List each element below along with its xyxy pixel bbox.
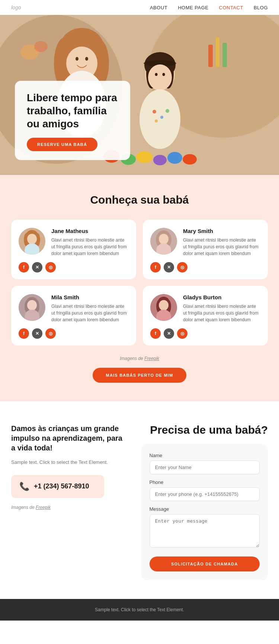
svg-point-61 <box>159 300 169 310</box>
svg-point-34 <box>34 41 48 52</box>
svg-point-40 <box>27 234 37 244</box>
babas-grid: Jane Matheus Glavi amet ritnisi libero m… <box>11 220 268 345</box>
svg-point-9 <box>85 57 88 61</box>
twitter-icon-jane[interactable]: ✕ <box>32 262 42 272</box>
avatar-mary <box>150 228 177 255</box>
svg-rect-30 <box>208 45 213 67</box>
baba-name-mila: Mila Smith <box>51 294 129 300</box>
svg-point-16 <box>148 64 172 90</box>
baba-name-gladys: Gladys Burton <box>183 294 260 300</box>
nav-homepage[interactable]: HOME PAGE <box>178 5 208 10</box>
babas-cta-wrap: MAIS BABÁS PERTO DE MIM <box>11 368 268 383</box>
svg-point-23 <box>155 119 158 122</box>
twitter-icon-mila[interactable]: ✕ <box>32 328 42 339</box>
nav-blog[interactable]: BLOG <box>254 5 268 10</box>
svg-rect-32 <box>222 43 227 67</box>
facebook-icon-mila[interactable]: f <box>19 328 29 339</box>
svg-point-22 <box>166 109 169 113</box>
phone-input[interactable] <box>150 487 260 501</box>
instagram-icon-mary[interactable]: ◎ <box>177 262 187 272</box>
phone-label: Phone <box>150 479 260 485</box>
facebook-icon-mary[interactable]: f <box>150 262 161 272</box>
social-icons-mary: f ✕ ◎ <box>150 262 260 272</box>
message-label: Message <box>150 506 260 512</box>
social-icons-jane: f ✕ ◎ <box>19 262 129 272</box>
contact-left-title: Damos às crianças um grande impulso na a… <box>11 424 126 453</box>
social-icons-mila: f ✕ ◎ <box>19 328 129 339</box>
phone-icon: 📞 <box>19 482 29 491</box>
svg-point-29 <box>183 154 197 165</box>
baba-desc-mila: Glavi amet ritnisi libero molestie ante … <box>51 303 129 323</box>
hero-card: Libere tempo para trabalho, família ou a… <box>15 81 130 160</box>
svg-point-20 <box>153 110 156 114</box>
baba-desc-gladys: Glavi amet ritnisi libero molestie ante … <box>183 303 260 323</box>
contact-section: Damos às crianças um grande impulso na a… <box>0 401 279 599</box>
hero-title: Libere tempo para trabalho, família ou a… <box>27 91 118 130</box>
instagram-icon-gladys[interactable]: ◎ <box>177 328 187 339</box>
message-textarea[interactable] <box>150 514 260 548</box>
svg-rect-31 <box>216 37 219 67</box>
contact-right: Precisa de uma babá? Name Phone Message … <box>141 424 268 580</box>
baba-name-mary: Mary Smith <box>183 228 260 234</box>
nav-links: ABOUT HOME PAGE CONTACT BLOG <box>150 5 268 10</box>
name-label: Name <box>150 453 260 458</box>
freepik-link-contact[interactable]: Freepik <box>36 505 51 510</box>
svg-point-18 <box>163 73 165 76</box>
contact-left: Damos às crianças um grande impulso na a… <box>11 424 126 580</box>
instagram-icon-mila[interactable]: ◎ <box>45 328 56 339</box>
twitter-icon-gladys[interactable]: ✕ <box>164 328 174 339</box>
baba-desc-jane: Glavi amet ritnisi libero molestie ante … <box>51 237 129 257</box>
hero-section: Libere tempo para trabalho, família ou a… <box>0 15 279 175</box>
svg-point-17 <box>155 73 158 76</box>
baba-card-mary: Mary Smith Glavi amet ritnisi libero mol… <box>143 220 268 279</box>
nav-contact[interactable]: CONTACT <box>219 5 243 10</box>
baba-card-mila: Mila Smith Glavi amet ritnisi libero mol… <box>11 286 136 345</box>
name-input[interactable] <box>150 460 260 474</box>
svg-point-19 <box>140 89 180 149</box>
social-icons-gladys: f ✕ ◎ <box>150 328 260 339</box>
contact-right-title: Precisa de uma babá? <box>141 424 268 436</box>
baba-desc-mary: Glavi amet ritnisi libero molestie ante … <box>183 237 260 257</box>
svg-point-54 <box>27 300 37 310</box>
footer: Sample text. Click to select the Text El… <box>0 599 279 621</box>
svg-point-8 <box>76 57 78 61</box>
facebook-icon-gladys[interactable]: f <box>150 328 161 339</box>
form-group-name: Name <box>150 453 260 474</box>
freepik-link-babas[interactable]: Freepik <box>144 356 159 361</box>
svg-point-21 <box>160 116 163 119</box>
svg-point-47 <box>159 234 169 244</box>
baba-name-jane: Jane Matheus <box>51 228 129 234</box>
twitter-icon-mary[interactable]: ✕ <box>164 262 174 272</box>
babas-section-title: Conheça sua babá <box>11 194 268 206</box>
svg-point-28 <box>167 152 182 164</box>
babas-credit: Imagens de Freepik <box>11 356 268 361</box>
navbar: logo ABOUT HOME PAGE CONTACT BLOG <box>0 0 279 15</box>
form-group-message: Message <box>150 506 260 549</box>
logo: logo <box>11 4 21 10</box>
phone-number: +1 (234) 567-8910 <box>34 482 89 490</box>
reserve-baba-button[interactable]: RESERVE UMA BABÁ <box>27 138 97 151</box>
baba-card-jane: Jane Matheus Glavi amet ritnisi libero m… <box>11 220 136 279</box>
contact-freepik-credit: Imagens de Freepik <box>11 505 126 510</box>
baba-card-gladys: Gladys Burton Glavi amet ritnisi libero … <box>143 286 268 345</box>
form-group-phone: Phone <box>150 479 260 501</box>
footer-text: Sample text. Click to select the Text El… <box>11 607 268 612</box>
contact-left-text: Sample text. Click to select the Text El… <box>11 459 126 466</box>
instagram-icon-jane[interactable]: ◎ <box>45 262 56 272</box>
nav-about[interactable]: ABOUT <box>150 5 167 10</box>
avatar-mila <box>19 294 45 321</box>
submit-button[interactable]: SOLICITAÇÃO DE CHAMADA <box>150 557 260 571</box>
contact-form: Name Phone Message SOLICITAÇÃO DE CHAMAD… <box>141 444 268 580</box>
mais-babas-button[interactable]: MAIS BABÁS PERTO DE MIM <box>93 368 187 383</box>
svg-point-26 <box>136 151 153 163</box>
avatar-gladys <box>150 294 177 321</box>
svg-point-27 <box>153 155 167 165</box>
babas-section: Conheça sua babá Jane Math <box>0 175 279 401</box>
phone-box: 📞 +1 (234) 567-8910 <box>11 475 104 498</box>
facebook-icon-jane[interactable]: f <box>19 262 29 272</box>
avatar-jane <box>19 228 45 255</box>
